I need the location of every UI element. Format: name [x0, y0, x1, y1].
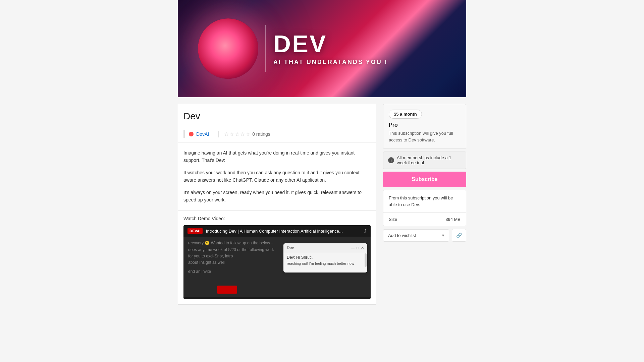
video-content: recovery 🙂 Wanted to follow up on the be…: [183, 237, 371, 297]
star-2: ☆: [229, 131, 234, 137]
chat-greeting: Dev: Hi Shruti,: [287, 255, 364, 260]
trial-notice: i All memberships include a 1 week free …: [383, 152, 466, 169]
content-area: Dev DevAI ☆ ☆ ☆ ☆: [178, 97, 466, 311]
link-copy-button[interactable]: 🔗: [452, 229, 466, 242]
usage-card: From this subscription you will be able …: [383, 190, 466, 226]
star-4: ☆: [240, 131, 245, 137]
description-para-3: It's always on your screen, ready when y…: [183, 189, 371, 204]
info-icon: i: [388, 157, 394, 163]
video-section: Watch Demo Video: DEVAI Introducing Dev …: [178, 210, 376, 304]
video-title-bar: Introducing Dev | A Human Computer Inter…: [206, 229, 361, 234]
subscribe-button[interactable]: Subscribe: [383, 172, 466, 187]
video-channel-badge: DEVAI: [187, 228, 203, 234]
rating-section: ☆ ☆ ☆ ☆ ☆ 0 ratings: [218, 131, 270, 137]
video-chat-overlay: Dev — □ ✕ Dev: Hi Shruti,: [283, 243, 367, 273]
link-icon: 🔗: [456, 233, 462, 238]
outer-wrapper: DEV AI THAT UNDERATANDS YOU ! Dev: [0, 0, 644, 311]
hero-text: DEV AI THAT UNDERATANDS YOU !: [273, 32, 388, 66]
chat-window-title: Dev: [287, 245, 294, 250]
video-label: Watch Demo Video:: [183, 216, 371, 221]
video-background-text: recovery 🙂 Wanted to follow up on the be…: [183, 237, 283, 278]
hero-divider: [265, 25, 266, 72]
video-top-bar: DEVAI Introducing Dev | A Human Computer…: [183, 225, 371, 237]
hero-subtitle: AI THAT UNDERATANDS YOU !: [273, 59, 388, 66]
size-value: 394 MB: [445, 217, 461, 222]
inner-wrapper: DEV AI THAT UNDERATANDS YOU ! Dev: [178, 0, 466, 311]
description-para-2: It watches your work and then you can as…: [183, 169, 371, 184]
description-para-1: Imagine having an AI that gets what you'…: [183, 149, 371, 164]
rating-text: 0 ratings: [252, 131, 270, 137]
description-section: Imagine having an AI that gets what you'…: [178, 142, 376, 210]
main-column: Dev DevAI ☆ ☆ ☆ ☆: [178, 104, 376, 305]
price-badge: $5 a month: [389, 110, 422, 119]
app-title-row: Dev: [178, 104, 376, 126]
video-container[interactable]: DEVAI Introducing Dev | A Human Computer…: [183, 225, 371, 299]
wishlist-label: Add to wishlist: [388, 233, 416, 238]
usage-description: From this subscription you will be able …: [383, 190, 466, 213]
wishlist-row: Add to wishlist ▾ 🔗: [383, 229, 466, 242]
author-rating-row: DevAI ☆ ☆ ☆ ☆ ☆ 0 ratings: [178, 126, 376, 142]
page-wrapper: DEV AI THAT UNDERATANDS YOU ! Dev: [0, 0, 644, 362]
plan-description: This subscription will give you full acc…: [389, 130, 461, 143]
chat-header: Dev — □ ✕: [283, 243, 367, 252]
minimize-button[interactable]: —: [351, 246, 355, 250]
hero-banner: DEV AI THAT UNDERATANDS YOU !: [178, 0, 466, 97]
video-share-icon[interactable]: ⤴: [364, 228, 367, 234]
maximize-button[interactable]: □: [357, 246, 359, 250]
star-5: ☆: [246, 131, 250, 137]
wishlist-button[interactable]: Add to wishlist ▾: [383, 229, 449, 242]
close-button[interactable]: ✕: [361, 246, 364, 250]
author-dot-icon: [189, 132, 194, 136]
app-title: Dev: [183, 111, 371, 122]
subscription-card: $5 a month Pro This subscription will gi…: [383, 104, 466, 149]
chat-scrollbar[interactable]: [365, 253, 367, 267]
size-row: Size 394 MB: [383, 213, 466, 226]
star-1: ☆: [224, 131, 229, 137]
star-3: ☆: [235, 131, 239, 137]
trial-text: All memberships include a 1 week free tr…: [397, 155, 461, 165]
chat-header-buttons: — □ ✕: [351, 246, 364, 250]
stars: ☆ ☆ ☆ ☆ ☆: [224, 131, 250, 137]
plan-name: Pro: [389, 122, 461, 128]
size-label: Size: [389, 217, 397, 222]
video-cta-button[interactable]: [217, 286, 237, 294]
chat-body: Dev: Hi Shruti, reaching out! I'm feelin…: [283, 252, 367, 273]
wishlist-chevron-icon: ▾: [442, 233, 444, 238]
sidebar-column: $5 a month Pro This subscription will gi…: [383, 104, 466, 242]
author-link[interactable]: DevAI: [196, 131, 209, 137]
author-badge: DevAI: [183, 130, 213, 138]
hero-title: DEV: [273, 32, 388, 56]
chat-message: reaching out! I'm feeling much better no…: [287, 261, 364, 266]
